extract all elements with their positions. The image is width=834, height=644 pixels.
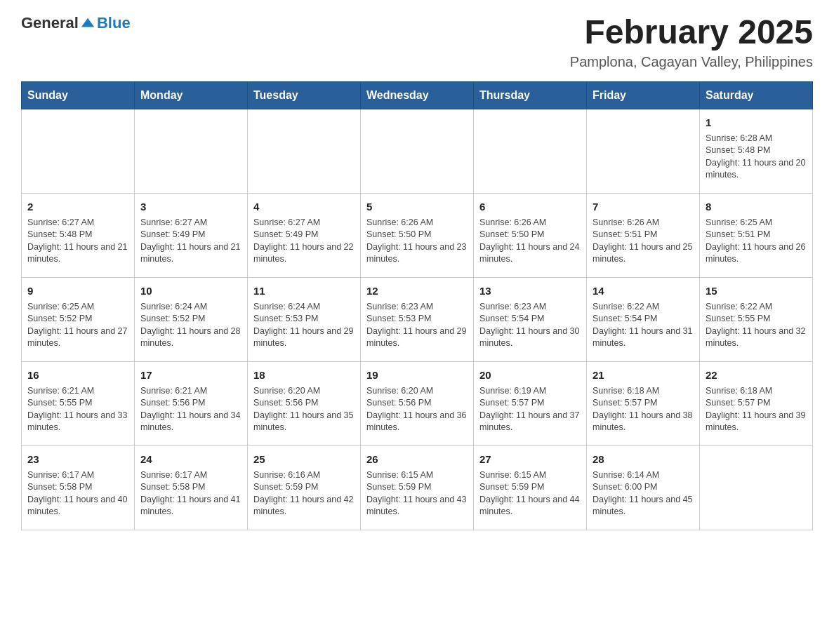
day-info: Sunrise: 6:25 AMSunset: 5:51 PMDaylight:…	[706, 217, 807, 266]
day-number: 22	[706, 368, 807, 382]
day-number: 8	[706, 199, 807, 214]
calendar-cell: 4Sunrise: 6:27 AMSunset: 5:49 PMDaylight…	[248, 193, 361, 277]
calendar-cell: 24Sunrise: 6:17 AMSunset: 5:58 PMDayligh…	[135, 445, 248, 530]
page-header: General Blue February 2025 Pamplona, Cag…	[21, 14, 813, 70]
calendar-body: 1Sunrise: 6:28 AMSunset: 5:48 PMDaylight…	[22, 109, 813, 530]
calendar-week-1: 1Sunrise: 6:28 AMSunset: 5:48 PMDaylight…	[22, 109, 813, 193]
svg-marker-0	[81, 18, 94, 27]
day-number: 21	[593, 368, 694, 382]
day-number: 15	[706, 283, 807, 298]
calendar-cell: 21Sunrise: 6:18 AMSunset: 5:57 PMDayligh…	[587, 361, 700, 445]
calendar-cell: 25Sunrise: 6:16 AMSunset: 5:59 PMDayligh…	[248, 445, 361, 530]
calendar-cell: 23Sunrise: 6:17 AMSunset: 5:58 PMDayligh…	[22, 445, 135, 530]
day-info: Sunrise: 6:23 AMSunset: 5:54 PMDaylight:…	[479, 301, 581, 350]
calendar-cell: 3Sunrise: 6:27 AMSunset: 5:49 PMDaylight…	[135, 193, 248, 277]
calendar-cell: 7Sunrise: 6:26 AMSunset: 5:51 PMDaylight…	[587, 193, 700, 277]
day-info: Sunrise: 6:20 AMSunset: 5:56 PMDaylight:…	[366, 385, 468, 434]
day-number: 4	[253, 199, 355, 214]
calendar-cell: 1Sunrise: 6:28 AMSunset: 5:48 PMDaylight…	[700, 109, 813, 193]
day-info: Sunrise: 6:27 AMSunset: 5:49 PMDaylight:…	[140, 217, 241, 266]
calendar-cell: 26Sunrise: 6:15 AMSunset: 5:59 PMDayligh…	[361, 445, 474, 530]
day-number: 5	[366, 199, 468, 214]
col-tuesday: Tuesday	[248, 81, 361, 109]
day-info: Sunrise: 6:26 AMSunset: 5:50 PMDaylight:…	[479, 217, 581, 266]
calendar-week-4: 16Sunrise: 6:21 AMSunset: 5:55 PMDayligh…	[22, 361, 813, 445]
calendar-table: Sunday Monday Tuesday Wednesday Thursday…	[21, 81, 813, 530]
calendar-cell: 5Sunrise: 6:26 AMSunset: 5:50 PMDaylight…	[361, 193, 474, 277]
day-info: Sunrise: 6:28 AMSunset: 5:48 PMDaylight:…	[706, 133, 807, 182]
calendar-cell: 11Sunrise: 6:24 AMSunset: 5:53 PMDayligh…	[248, 277, 361, 361]
calendar-cell	[22, 109, 135, 193]
calendar-cell	[361, 109, 474, 193]
calendar-cell: 6Sunrise: 6:26 AMSunset: 5:50 PMDaylight…	[474, 193, 587, 277]
day-number: 23	[27, 452, 128, 467]
day-info: Sunrise: 6:17 AMSunset: 5:58 PMDaylight:…	[140, 469, 241, 518]
day-number: 14	[593, 283, 694, 298]
day-info: Sunrise: 6:15 AMSunset: 5:59 PMDaylight:…	[479, 469, 581, 518]
day-number: 11	[253, 283, 355, 298]
calendar-cell: 10Sunrise: 6:24 AMSunset: 5:52 PMDayligh…	[135, 277, 248, 361]
logo-text-general: General	[21, 14, 79, 32]
header-row: Sunday Monday Tuesday Wednesday Thursday…	[22, 81, 813, 109]
calendar-cell: 2Sunrise: 6:27 AMSunset: 5:48 PMDaylight…	[22, 193, 135, 277]
col-wednesday: Wednesday	[361, 81, 474, 109]
day-info: Sunrise: 6:27 AMSunset: 5:49 PMDaylight:…	[253, 217, 355, 266]
day-info: Sunrise: 6:20 AMSunset: 5:56 PMDaylight:…	[253, 385, 355, 434]
calendar-cell: 12Sunrise: 6:23 AMSunset: 5:53 PMDayligh…	[361, 277, 474, 361]
calendar-cell: 18Sunrise: 6:20 AMSunset: 5:56 PMDayligh…	[248, 361, 361, 445]
day-number: 28	[593, 452, 694, 467]
calendar-cell	[587, 109, 700, 193]
calendar-cell: 16Sunrise: 6:21 AMSunset: 5:55 PMDayligh…	[22, 361, 135, 445]
calendar-cell: 27Sunrise: 6:15 AMSunset: 5:59 PMDayligh…	[474, 445, 587, 530]
page-subtitle: Pamplona, Cagayan Valley, Philippines	[570, 54, 813, 70]
col-thursday: Thursday	[474, 81, 587, 109]
day-number: 13	[479, 283, 581, 298]
day-info: Sunrise: 6:15 AMSunset: 5:59 PMDaylight:…	[366, 469, 468, 518]
day-number: 2	[27, 199, 128, 214]
day-info: Sunrise: 6:24 AMSunset: 5:53 PMDaylight:…	[253, 301, 355, 350]
calendar-cell: 9Sunrise: 6:25 AMSunset: 5:52 PMDaylight…	[22, 277, 135, 361]
logo-icon	[80, 15, 95, 31]
day-info: Sunrise: 6:16 AMSunset: 5:59 PMDaylight:…	[253, 469, 355, 518]
day-info: Sunrise: 6:19 AMSunset: 5:57 PMDaylight:…	[479, 385, 581, 434]
calendar-cell: 17Sunrise: 6:21 AMSunset: 5:56 PMDayligh…	[135, 361, 248, 445]
day-number: 17	[140, 368, 241, 382]
day-number: 10	[140, 283, 241, 298]
day-number: 20	[479, 368, 581, 382]
day-number: 1	[706, 115, 807, 130]
calendar-cell: 8Sunrise: 6:25 AMSunset: 5:51 PMDaylight…	[700, 193, 813, 277]
title-block: February 2025 Pamplona, Cagayan Valley, …	[570, 14, 813, 70]
day-info: Sunrise: 6:23 AMSunset: 5:53 PMDaylight:…	[366, 301, 468, 350]
calendar-cell: 22Sunrise: 6:18 AMSunset: 5:57 PMDayligh…	[700, 361, 813, 445]
day-info: Sunrise: 6:26 AMSunset: 5:50 PMDaylight:…	[366, 217, 468, 266]
calendar-cell: 19Sunrise: 6:20 AMSunset: 5:56 PMDayligh…	[361, 361, 474, 445]
calendar-week-3: 9Sunrise: 6:25 AMSunset: 5:52 PMDaylight…	[22, 277, 813, 361]
day-number: 19	[366, 368, 468, 382]
day-number: 26	[366, 452, 468, 467]
day-number: 7	[593, 199, 694, 214]
page-title: February 2025	[570, 14, 813, 51]
day-info: Sunrise: 6:26 AMSunset: 5:51 PMDaylight:…	[593, 217, 694, 266]
calendar-cell	[700, 445, 813, 530]
calendar-week-2: 2Sunrise: 6:27 AMSunset: 5:48 PMDaylight…	[22, 193, 813, 277]
day-info: Sunrise: 6:14 AMSunset: 6:00 PMDaylight:…	[593, 469, 694, 518]
day-info: Sunrise: 6:17 AMSunset: 5:58 PMDaylight:…	[27, 469, 128, 518]
day-number: 27	[479, 452, 581, 467]
day-number: 3	[140, 199, 241, 214]
day-info: Sunrise: 6:18 AMSunset: 5:57 PMDaylight:…	[706, 385, 807, 434]
day-info: Sunrise: 6:24 AMSunset: 5:52 PMDaylight:…	[140, 301, 241, 350]
calendar-cell: 28Sunrise: 6:14 AMSunset: 6:00 PMDayligh…	[587, 445, 700, 530]
calendar-header: Sunday Monday Tuesday Wednesday Thursday…	[22, 81, 813, 109]
day-info: Sunrise: 6:21 AMSunset: 5:56 PMDaylight:…	[140, 385, 241, 434]
day-info: Sunrise: 6:21 AMSunset: 5:55 PMDaylight:…	[27, 385, 128, 434]
day-info: Sunrise: 6:25 AMSunset: 5:52 PMDaylight:…	[27, 301, 128, 350]
calendar-cell: 13Sunrise: 6:23 AMSunset: 5:54 PMDayligh…	[474, 277, 587, 361]
day-info: Sunrise: 6:22 AMSunset: 5:54 PMDaylight:…	[593, 301, 694, 350]
logo-text-blue: Blue	[97, 14, 131, 32]
calendar-cell: 20Sunrise: 6:19 AMSunset: 5:57 PMDayligh…	[474, 361, 587, 445]
day-number: 12	[366, 283, 468, 298]
day-info: Sunrise: 6:18 AMSunset: 5:57 PMDaylight:…	[593, 385, 694, 434]
day-info: Sunrise: 6:27 AMSunset: 5:48 PMDaylight:…	[27, 217, 128, 266]
day-number: 18	[253, 368, 355, 382]
calendar-cell: 15Sunrise: 6:22 AMSunset: 5:55 PMDayligh…	[700, 277, 813, 361]
